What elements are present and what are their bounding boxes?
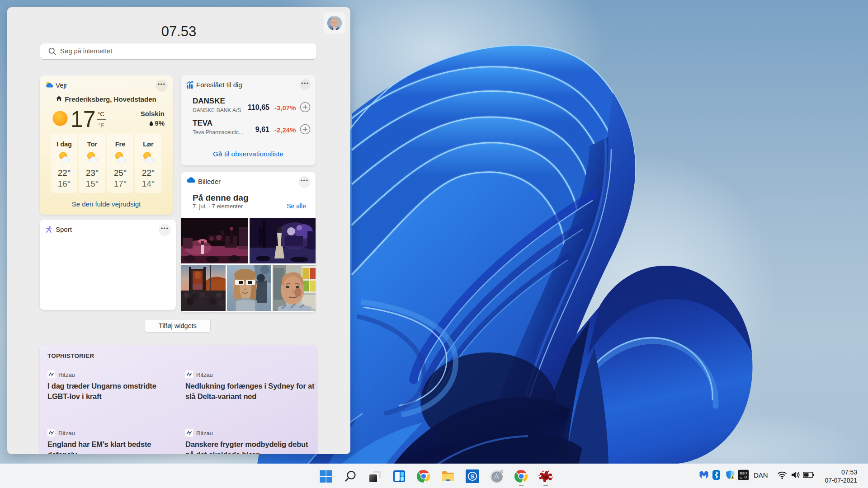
svg-text:O: O bbox=[740, 475, 742, 479]
svg-text:B&: B& bbox=[740, 471, 745, 475]
svg-text:S: S bbox=[470, 473, 474, 480]
